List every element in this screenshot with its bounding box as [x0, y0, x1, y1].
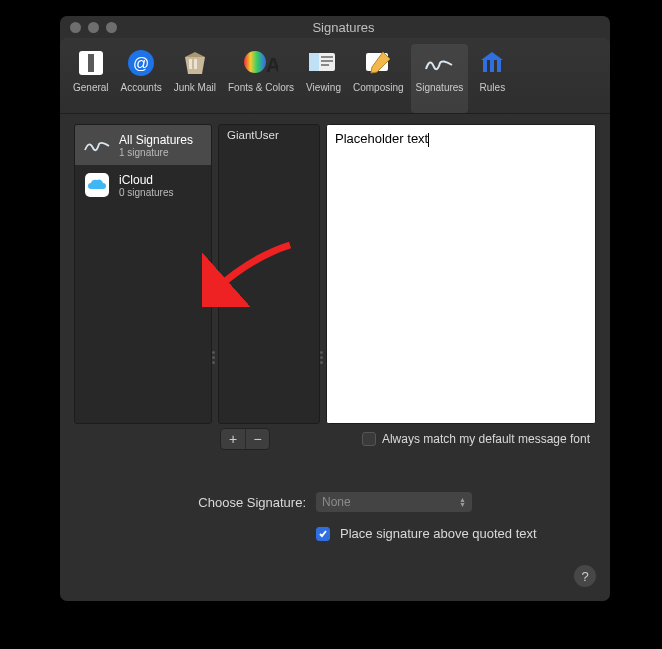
choose-signature-row: Choose Signature: None ▲▼ [74, 492, 596, 512]
accounts-icon: @ [124, 46, 158, 80]
help-button[interactable]: ? [574, 565, 596, 587]
choose-signature-select[interactable]: None ▲▼ [316, 492, 472, 512]
svg-rect-4 [189, 59, 192, 69]
add-remove-control: + − [220, 428, 270, 450]
row-text: iCloud 0 signatures [119, 173, 173, 198]
tab-viewing[interactable]: Viewing [301, 44, 346, 113]
icloud-account-row[interactable]: iCloud 0 signatures [75, 165, 211, 205]
fonts-colors-icon: A [244, 46, 278, 80]
svg-rect-12 [321, 64, 329, 66]
row-text: All Signatures 1 signature [119, 133, 193, 158]
column-resize-handle[interactable] [320, 347, 325, 369]
icloud-title: iCloud [119, 173, 173, 187]
svg-text:A: A [266, 54, 278, 76]
composing-icon [361, 46, 395, 80]
general-icon [74, 46, 108, 80]
chevron-up-down-icon: ▲▼ [459, 497, 466, 507]
tab-accounts[interactable]: @ Accounts [116, 44, 167, 113]
match-font-label: Always match my default message font [382, 432, 590, 446]
tab-label: Rules [480, 82, 506, 93]
signatures-icon [422, 46, 456, 80]
titlebar: Signatures [60, 16, 610, 38]
add-signature-button[interactable]: + [221, 429, 245, 449]
svg-rect-10 [321, 56, 333, 58]
remove-signature-button[interactable]: − [245, 429, 269, 449]
viewing-icon [307, 46, 341, 80]
choose-signature-label: Choose Signature: [74, 495, 306, 510]
svg-text:@: @ [133, 55, 149, 72]
tab-rules[interactable]: Rules [470, 44, 514, 113]
signature-icon [83, 131, 111, 159]
svg-rect-15 [490, 60, 494, 72]
signature-editor[interactable]: Placeholder text [327, 125, 595, 423]
select-value: None [322, 495, 351, 509]
signature-list-item[interactable]: GiantUser [219, 125, 319, 145]
tab-label: General [73, 82, 109, 93]
icloud-icon [83, 171, 111, 199]
tab-label: Viewing [306, 82, 341, 93]
icloud-subtitle: 0 signatures [119, 187, 173, 198]
all-signatures-title: All Signatures [119, 133, 193, 147]
all-signatures-subtitle: 1 signature [119, 147, 193, 158]
tab-label: Composing [353, 82, 404, 93]
text-caret [428, 133, 429, 147]
place-above-checkbox[interactable] [316, 527, 330, 541]
match-font-checkbox[interactable] [362, 432, 376, 446]
preferences-window: Signatures General @ Accounts Junk Mail … [60, 16, 610, 601]
window-title: Signatures [77, 20, 610, 35]
svg-rect-9 [309, 53, 319, 71]
svg-rect-14 [483, 60, 487, 72]
prefs-toolbar: General @ Accounts Junk Mail A Fonts & C… [60, 38, 610, 114]
match-font-row: Always match my default message font [362, 428, 596, 450]
place-above-label: Place signature above quoted text [340, 526, 537, 541]
tab-signatures[interactable]: Signatures [411, 44, 469, 113]
svg-rect-11 [321, 60, 333, 62]
signatures-list-column: GiantUser [218, 124, 320, 424]
column-resize-handle[interactable] [212, 347, 217, 369]
tab-junk-mail[interactable]: Junk Mail [169, 44, 221, 113]
place-above-row: Place signature above quoted text [74, 526, 596, 541]
three-column-area: All Signatures 1 signature iCloud 0 sign… [74, 124, 596, 424]
svg-rect-1 [88, 54, 94, 72]
under-columns-row: + − Always match my default message font [74, 428, 596, 450]
svg-point-6 [244, 51, 266, 73]
tab-label: Junk Mail [174, 82, 216, 93]
accounts-column: All Signatures 1 signature iCloud 0 sign… [74, 124, 212, 424]
editor-text: Placeholder text [335, 131, 428, 146]
tab-label: Accounts [121, 82, 162, 93]
all-signatures-row[interactable]: All Signatures 1 signature [75, 125, 211, 165]
window-body: All Signatures 1 signature iCloud 0 sign… [60, 114, 610, 601]
tab-label: Signatures [416, 82, 464, 93]
tab-general[interactable]: General [68, 44, 114, 113]
svg-rect-16 [497, 60, 501, 72]
junk-mail-icon [178, 46, 212, 80]
bottom-controls: Choose Signature: None ▲▼ Place signatur… [74, 492, 596, 541]
tab-fonts-colors[interactable]: A Fonts & Colors [223, 44, 299, 113]
rules-icon [475, 46, 509, 80]
tab-composing[interactable]: Composing [348, 44, 409, 113]
svg-rect-5 [194, 59, 197, 69]
question-mark-icon: ? [581, 569, 588, 584]
tab-label: Fonts & Colors [228, 82, 294, 93]
signature-editor-column: Placeholder text [326, 124, 596, 424]
